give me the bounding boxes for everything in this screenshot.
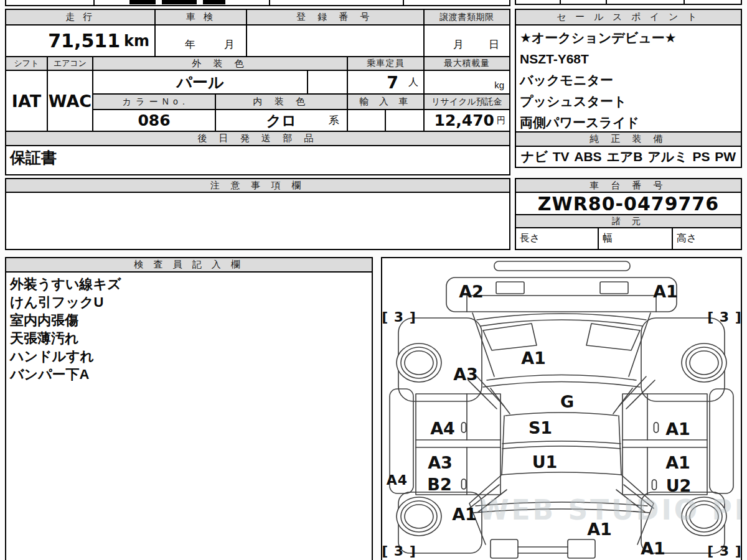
damage-mark: A4	[430, 419, 455, 438]
damage-mark: [ 3 ]	[707, 543, 741, 559]
exterior-color-extra-cell	[307, 70, 348, 95]
registration-cell	[246, 24, 425, 57]
spec-length-cell: 長さ	[515, 227, 599, 250]
interior-color-cell: クロ 系	[215, 109, 348, 132]
max-load-header: 最大積載量	[423, 56, 510, 71]
damage-mark: A3	[428, 453, 453, 472]
inspector-notes-header: 検 査 員 記 入 欄	[5, 257, 373, 273]
color-no-value: 086	[92, 109, 216, 132]
exterior-color-value: パール	[92, 70, 308, 95]
spec-height-cell: 高さ	[672, 227, 742, 250]
inspection-year-label: 年	[185, 37, 195, 52]
inspector-note-line: 天張薄汚れ	[10, 329, 368, 347]
damage-mark: A1	[587, 520, 612, 539]
specs-header: 諸 元	[515, 214, 742, 228]
damage-mark: [ 3 ]	[382, 543, 416, 559]
damage-mark: A1	[665, 419, 690, 439]
windshield-top-arc	[487, 375, 636, 381]
equipment-item: アルミ	[647, 148, 687, 166]
damage-mark: A1	[653, 282, 678, 301]
door-sill-left	[416, 440, 500, 447]
registration-header: 登 録 番 号	[246, 9, 425, 26]
interior-color-value: クロ	[266, 111, 296, 131]
damage-mark: A1	[641, 539, 665, 558]
inspection-cell: 年 月	[154, 24, 247, 57]
capacity-value: 7	[387, 73, 398, 92]
import-car-header: 輸 入 車	[347, 93, 425, 110]
notes-body	[5, 192, 510, 250]
headlight-right	[586, 324, 640, 350]
recycle-deposit-cell: 12,470 円	[423, 109, 510, 132]
roof-front-arc	[505, 413, 618, 416]
equipment-item: ナビ	[521, 148, 548, 166]
equipment-item: PW	[715, 149, 736, 164]
later-parts-value: 保証書	[5, 145, 510, 175]
roof-mid-arc	[502, 441, 621, 444]
grille-arc	[477, 314, 646, 320]
roof-side-left	[502, 416, 504, 475]
recycle-deposit-header: リサイクル預託金	[423, 93, 510, 110]
transfer-deadline-header: 譲渡書類期限	[423, 9, 510, 26]
inspection-header: 車 検	[154, 9, 247, 26]
later-parts-header: 後 日 発 送 部 品	[5, 131, 510, 146]
sales-point-line: 両側パワースライド	[520, 112, 737, 133]
chip-oval-mark	[462, 479, 466, 489]
mileage-unit: km	[124, 32, 149, 50]
damage-mark: [ 3 ]	[382, 309, 416, 325]
exterior-color-header: 外 装 色	[92, 56, 348, 71]
sales-point-line: バックモニター	[520, 70, 737, 91]
import-car-cell-1	[347, 109, 386, 132]
recycle-deposit-value: 12,470	[435, 111, 494, 129]
front-fold-right	[619, 376, 655, 409]
roof-mid-arc-2	[502, 446, 621, 449]
equipment-item: ABS	[574, 149, 601, 164]
damage-mark: U2	[666, 476, 692, 495]
door-sill-right	[622, 440, 707, 447]
capacity-unit: 人	[408, 76, 418, 89]
notes-header: 注 意 事 項 欄	[5, 178, 510, 193]
damage-mark: A1	[665, 453, 690, 472]
fog-lamp-left	[496, 282, 524, 294]
wheel-front-left	[397, 343, 441, 382]
windshield-bottom-arc	[483, 382, 640, 388]
auction-sheet: 走 行 車 検 登 録 番 号 譲渡書類期限 71,511 km 年 月 月 日…	[0, 0, 747, 560]
damage-mark: A4	[387, 472, 408, 488]
damage-mark: A1	[521, 348, 546, 368]
damage-mark: [ 3 ]	[707, 309, 741, 325]
chassis-no-value: ZWR80-0479776	[515, 192, 742, 215]
genuine-equipment-header: 純 正 装 備	[515, 131, 742, 147]
chassis-no-header: 車 台 番 号	[515, 178, 742, 193]
color-no-header: カ ラ ー N o .	[92, 93, 216, 110]
inspector-note-line: ハンドルすれ	[10, 347, 368, 365]
import-car-cell-2	[385, 109, 425, 132]
front-plate-bar	[494, 261, 630, 271]
inspector-note-line: 外装うすい線キズ	[10, 275, 368, 293]
sales-points-header: セ ー ル ス ポ イ ン ト	[515, 9, 742, 26]
equipment-item: PS	[692, 149, 710, 164]
equipment-item: エアB	[606, 148, 642, 166]
aircon-header: エアコン	[47, 56, 93, 71]
sales-points-body: ★オークションデビュー★NSZT-Y68Tバックモニタープッシュスタート両側パワ…	[515, 24, 742, 133]
inspection-month-label: 月	[224, 37, 235, 52]
inspector-note-line: けん引フックU	[10, 293, 368, 311]
interior-color-header: 内 装 色	[215, 93, 348, 110]
sales-point-line: プッシュスタート	[520, 91, 737, 112]
inspector-notes-body: 外装うすい線キズけん引フックU室内内張傷天張薄汚れハンドルすれバンパー下A	[5, 271, 373, 560]
wheel-front-right	[682, 343, 726, 382]
door-block-right	[622, 394, 707, 495]
roof-rear-arc	[502, 472, 621, 475]
chip-oval-mark	[652, 480, 657, 490]
genuine-equipment-body: ナビTVABSエアBアルミPSPW	[515, 146, 742, 168]
wheel-rear-left	[397, 497, 441, 536]
roof-side-right	[619, 416, 621, 475]
headlight-left	[483, 324, 537, 350]
capacity-cell: 7 人	[347, 70, 425, 95]
damage-mark: A2	[459, 282, 484, 301]
car-diagram-panel: WEB STUDIO PROA2A1[ 3 ][ 3 ]A1A3GA4S1A1A…	[381, 257, 742, 560]
transfer-deadline-cell: 月 日	[423, 24, 510, 57]
sales-point-line: NSZT-Y68T	[520, 49, 737, 70]
fog-lamp-right	[600, 282, 628, 294]
rocker-panel-right	[710, 389, 733, 493]
mileage-header: 走 行	[5, 9, 156, 26]
damage-mark: U1	[532, 452, 558, 472]
